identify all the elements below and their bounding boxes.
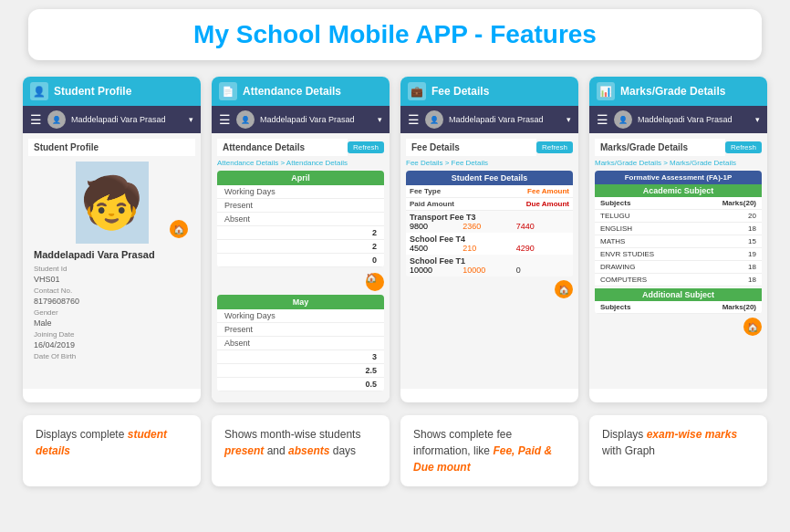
transport-t3-values: 9800 2360 7440 bbox=[410, 222, 569, 231]
card-header-label-fee: Fee Details bbox=[431, 85, 489, 98]
desc-marks-box: Displays exam-wise marks with Graph bbox=[589, 415, 767, 486]
phone-nav-student: ☰ 👤 Maddelapadi Vara Prasad ▾ bbox=[23, 106, 201, 133]
fee-icon: 💼 bbox=[408, 82, 426, 100]
student-section-title: Student Profile bbox=[28, 139, 195, 156]
att-may-present-value: 2.5 bbox=[217, 364, 384, 378]
fee-table-header: Student Fee Details bbox=[406, 171, 573, 185]
card-header-label-student: Student Profile bbox=[54, 85, 131, 98]
desc-fee-box: Shows complete fee information, like Fee… bbox=[400, 415, 578, 486]
desc-attendance-box: Shows month-wise students present and ab… bbox=[212, 415, 390, 486]
marks-envr: ENVR STUDIES19 bbox=[595, 248, 762, 261]
desc-attendance-highlight2: absents bbox=[288, 444, 329, 457]
desc-attendance-highlight1: present bbox=[224, 444, 264, 457]
avatar-marks: 👤 bbox=[614, 110, 632, 129]
desc-marks-after: with Graph bbox=[602, 444, 655, 457]
dropdown-arrow-marks[interactable]: ▾ bbox=[755, 115, 760, 124]
dob-label: Date Of Birth bbox=[34, 352, 76, 360]
avatar-student: 👤 bbox=[47, 110, 66, 129]
student-info: Maddelapadi Vara Prasad Student Id VHS01… bbox=[28, 249, 195, 368]
att-april-absent-value: 0 bbox=[217, 254, 384, 267]
att-present-label: Present bbox=[217, 199, 384, 213]
home-icon[interactable]: 🏠 bbox=[170, 220, 188, 238]
marks-maths: MATHS15 bbox=[595, 235, 762, 248]
marks-english: ENGLISH18 bbox=[595, 223, 762, 235]
card-header-attendance: 📄 Attendance Details bbox=[212, 77, 390, 106]
nav-username-attendance: Maddelapadi Vara Prasad bbox=[260, 115, 372, 124]
school-t4-values: 4500 210 4290 bbox=[410, 244, 569, 253]
dropdown-arrow-student[interactable]: ▾ bbox=[189, 115, 193, 124]
marks-section-title: Marks/Grade Details bbox=[595, 139, 725, 156]
avatar-fee: 👤 bbox=[425, 110, 443, 129]
phone-nav-marks: ☰ 👤 Maddelapadi Vara Prasad ▾ bbox=[589, 106, 767, 133]
student-icon: 👤 bbox=[30, 82, 48, 100]
phone-nav-attendance: ☰ 👤 Maddelapadi Vara Prasad ▾ bbox=[212, 106, 390, 133]
marks-telugu: TELUGU20 bbox=[595, 210, 762, 223]
marks-add-col-subjects: Subjects bbox=[600, 303, 630, 311]
transport-t3-name: Transport Fee T3 bbox=[410, 213, 569, 222]
att-may-wd-value: 3 bbox=[217, 350, 384, 364]
page-header: My School Mobile APP - Features bbox=[28, 9, 762, 60]
att-may-wd-label: Working Days bbox=[217, 309, 384, 323]
fee-col-due: Due Amount bbox=[516, 200, 569, 208]
marks-col-marks: Marks(20) bbox=[722, 199, 756, 207]
card-header-marks: 📊 Marks/Grade Details bbox=[589, 77, 767, 106]
fee-col-headers2: Paid Amount Due Amount bbox=[406, 198, 573, 211]
fee-col-amount: Fee Amount bbox=[516, 187, 569, 195]
descriptions-row: Displays complete student details Shows … bbox=[9, 415, 781, 486]
desc-attendance-plain: Shows month-wise students bbox=[224, 428, 360, 441]
fee-details-table: Student Fee Details Fee Type Fee Amount … bbox=[406, 171, 573, 276]
desc-attendance-after: days bbox=[329, 444, 356, 457]
attendance-section-title: Attendance Details bbox=[217, 139, 348, 156]
attendance-body: Attendance Details Refresh Attendance De… bbox=[212, 133, 390, 402]
avatar-attendance: 👤 bbox=[236, 110, 255, 129]
att-may-absent-value: 0.5 bbox=[217, 378, 384, 391]
contact-value: 8179608760 bbox=[34, 297, 190, 306]
attendance-card: 📄 Attendance Details ☰ 👤 Maddelapadi Var… bbox=[212, 77, 390, 402]
hamburger-icon-att[interactable]: ☰ bbox=[219, 112, 231, 127]
marks-body: Marks/Grade Details Refresh Marks/Grade … bbox=[589, 133, 767, 389]
fee-refresh-button[interactable]: Refresh bbox=[536, 141, 573, 153]
dropdown-arrow-fee[interactable]: ▾ bbox=[567, 115, 571, 124]
contact-label-row: Contact No. bbox=[34, 286, 190, 295]
marks-add-col-headers: Subjects Marks(20) bbox=[595, 301, 762, 314]
hamburger-icon-fee[interactable]: ☰ bbox=[408, 112, 420, 127]
att-may-present-label: Present bbox=[217, 323, 384, 337]
may-header: May bbox=[217, 295, 384, 309]
hamburger-icon[interactable]: ☰ bbox=[30, 112, 42, 127]
desc-student-box: Displays complete student details bbox=[23, 415, 201, 486]
desc-marks-highlight: exam-wise marks bbox=[647, 428, 737, 441]
student-id-label: Student Id bbox=[34, 265, 67, 273]
card-header-label-attendance: Attendance Details bbox=[243, 85, 341, 98]
additional-subject-header: Additional Subject bbox=[595, 288, 762, 301]
fee-row-school-t1: School Fee T1 10000 10000 0 bbox=[406, 255, 573, 276]
fee-row-transport-t3: Transport Fee T3 9800 2360 7440 bbox=[406, 211, 573, 233]
attendance-icon: 📄 bbox=[219, 82, 237, 100]
desc-student-plain: Displays complete bbox=[36, 428, 128, 441]
marks-drawing: DRAWING18 bbox=[595, 261, 762, 274]
attendance-breadcrumb: Attendance Details > Attendance Details bbox=[217, 159, 384, 167]
nav-username-marks: Maddelapadi Vara Prasad bbox=[638, 115, 750, 124]
card-header-fee: 💼 Fee Details bbox=[400, 77, 578, 106]
fee-card: 💼 Fee Details ☰ 👤 Maddelapadi Vara Prasa… bbox=[400, 77, 578, 402]
nav-username-student: Maddelapadi Vara Prasad bbox=[71, 115, 183, 124]
hamburger-icon-marks[interactable]: ☰ bbox=[597, 112, 608, 127]
joining-label: Joining Date bbox=[34, 330, 74, 339]
home-icon-marks[interactable]: 🏠 bbox=[743, 318, 762, 336]
home-icon-fee[interactable]: 🏠 bbox=[555, 280, 573, 298]
phone-nav-fee: ☰ 👤 Maddelapadi Vara Prasad ▾ bbox=[400, 106, 578, 133]
marks-icon: 📊 bbox=[597, 82, 615, 100]
marks-refresh-button[interactable]: Refresh bbox=[725, 141, 762, 153]
attendance-refresh-button[interactable]: Refresh bbox=[348, 141, 384, 153]
att-may-absent-label: Absent bbox=[217, 337, 384, 350]
dropdown-arrow-att[interactable]: ▾ bbox=[378, 115, 382, 124]
desc-attendance-middle: and bbox=[264, 444, 288, 457]
gender-label: Gender bbox=[34, 308, 58, 317]
student-id-value: VHS01 bbox=[34, 275, 190, 284]
att-absent-label: Absent bbox=[217, 213, 384, 226]
home-icon-att[interactable]: 🏠 bbox=[366, 273, 384, 291]
school-t4-name: School Fee T4 bbox=[410, 235, 569, 244]
student-profile-body: Student Profile 🧒 🏠 Maddelapadi Vara Pra… bbox=[23, 133, 201, 389]
fee-row-school-t4: School Fee T4 4500 210 4290 bbox=[406, 233, 573, 255]
marks-col-subjects: Subjects bbox=[600, 199, 630, 207]
att-april-present-value: 2 bbox=[217, 240, 384, 254]
